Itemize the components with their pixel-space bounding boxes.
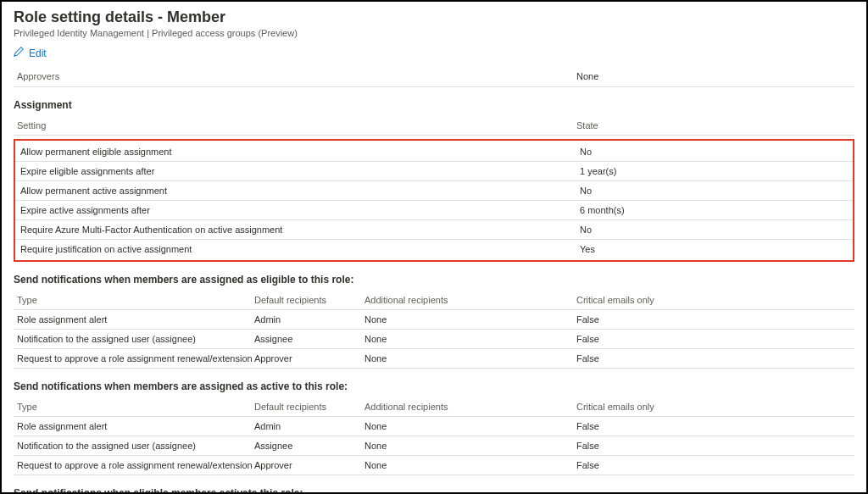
- breadcrumb: Privileged Identity Management | Privile…: [14, 28, 854, 38]
- col-type-header: Type: [17, 295, 254, 305]
- setting-cell: Require justification on active assignme…: [20, 244, 580, 254]
- approvers-row: Approvers None: [14, 66, 854, 87]
- addl-cell: None: [364, 421, 576, 431]
- type-cell: Role assignment alert: [17, 314, 254, 325]
- type-cell: Role assignment alert: [17, 421, 254, 431]
- default-cell: Approver: [254, 460, 364, 470]
- approvers-value: None: [576, 71, 851, 81]
- crit-cell: False: [576, 460, 851, 470]
- notif-active-title: Send notifications when members are assi…: [14, 380, 854, 392]
- type-cell: Request to approve a role assignment ren…: [17, 353, 254, 364]
- crit-cell: False: [576, 421, 851, 431]
- addl-cell: None: [364, 441, 576, 451]
- setting-cell: Require Azure Multi-Factor Authenticatio…: [20, 225, 580, 235]
- default-cell: Assignee: [254, 441, 364, 451]
- table-row: Request to approve a role assignment ren…: [14, 349, 854, 369]
- setting-cell: Expire eligible assignments after: [20, 166, 580, 176]
- type-cell: Notification to the assigned user (assig…: [17, 334, 254, 344]
- setting-cell: Allow permanent eligible assignment: [20, 147, 580, 157]
- assignment-header-row: Setting State: [14, 116, 854, 136]
- addl-cell: None: [364, 460, 576, 470]
- crit-cell: False: [576, 334, 851, 344]
- crit-cell: False: [576, 441, 851, 451]
- col-addl-header: Additional recipients: [364, 402, 576, 412]
- assignment-section-title: Assignment: [14, 99, 854, 111]
- table-row: Expire eligible assignments after 1 year…: [15, 162, 853, 181]
- notif-active-table: Type Default recipients Additional recip…: [14, 397, 854, 475]
- col-type-header: Type: [17, 402, 254, 412]
- table-row: Require justification on active assignme…: [15, 240, 853, 258]
- col-setting-header: Setting: [17, 120, 576, 130]
- table-row: Allow permanent active assignment No: [15, 181, 853, 201]
- table-row: Request to approve a role assignment ren…: [14, 456, 854, 475]
- setting-cell: Allow permanent active assignment: [20, 186, 580, 196]
- crit-cell: False: [576, 314, 851, 325]
- edit-button[interactable]: Edit: [14, 47, 47, 59]
- default-cell: Admin: [254, 421, 364, 431]
- table-row: Role assignment alert Admin None False: [14, 310, 854, 330]
- notif-eligible-table: Type Default recipients Additional recip…: [14, 291, 854, 369]
- col-default-header: Default recipients: [254, 295, 364, 305]
- setting-cell: Expire active assignments after: [20, 205, 580, 215]
- pencil-icon: [14, 47, 24, 59]
- col-state-header: State: [576, 120, 851, 130]
- addl-cell: None: [364, 314, 576, 325]
- addl-cell: None: [364, 334, 576, 344]
- table-row: Require Azure Multi-Factor Authenticatio…: [15, 220, 853, 240]
- state-cell: 1 year(s): [580, 166, 848, 176]
- default-cell: Assignee: [254, 334, 364, 344]
- state-cell: No: [580, 186, 848, 196]
- table-row: Expire active assignments after 6 month(…: [15, 201, 853, 220]
- crit-cell: False: [576, 353, 851, 364]
- table-row: Role assignment alert Admin None False: [14, 417, 854, 436]
- type-cell: Notification to the assigned user (assig…: [17, 441, 254, 451]
- table-row: Notification to the assigned user (assig…: [14, 436, 854, 456]
- approvers-label: Approvers: [17, 71, 576, 81]
- col-default-header: Default recipients: [254, 402, 364, 412]
- col-crit-header: Critical emails only: [576, 295, 851, 305]
- col-crit-header: Critical emails only: [576, 402, 851, 412]
- state-cell: No: [580, 225, 848, 235]
- notif-header-row: Type Default recipients Additional recip…: [14, 397, 854, 417]
- state-cell: No: [580, 147, 848, 157]
- col-addl-header: Additional recipients: [364, 295, 576, 305]
- table-row: Allow permanent eligible assignment No: [15, 142, 853, 162]
- type-cell: Request to approve a role assignment ren…: [17, 460, 254, 470]
- page-title: Role setting details - Member: [14, 8, 854, 26]
- table-row: Notification to the assigned user (assig…: [14, 330, 854, 349]
- notif-header-row: Type Default recipients Additional recip…: [14, 291, 854, 310]
- state-cell: Yes: [580, 244, 848, 254]
- default-cell: Approver: [254, 353, 364, 364]
- addl-cell: None: [364, 353, 576, 364]
- notif-eligible-title: Send notifications when members are assi…: [14, 274, 854, 286]
- notif-activate-title: Send notifications when eligible members…: [14, 487, 854, 494]
- default-cell: Admin: [254, 314, 364, 325]
- assignment-highlight-box: Allow permanent eligible assignment No E…: [14, 139, 854, 262]
- state-cell: 6 month(s): [580, 205, 848, 215]
- edit-label: Edit: [29, 47, 47, 59]
